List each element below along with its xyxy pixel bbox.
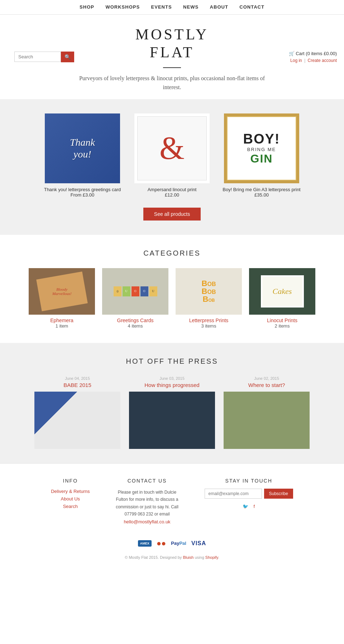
product-title: Boy! Bring me Gin A3 letterpress print: [222, 187, 301, 192]
footer-grid: INFO Delivery & Returns About Us Search …: [18, 478, 326, 528]
category-greetings[interactable]: :) U O O U Greetings Cards 4 items: [102, 268, 168, 329]
blog-image-progress[interactable]: [129, 392, 215, 449]
categories-grid: BloodyMarvellous! Ephemera 1 item :) U O…: [18, 268, 326, 329]
search-area: 🔍: [14, 52, 74, 62]
nav-about[interactable]: ABOUT: [210, 4, 228, 10]
blog-section-title: HOT OFF THE PRESS: [7, 357, 337, 365]
nav-shop[interactable]: SHOP: [80, 4, 94, 10]
category-name: Greetings Cards: [102, 318, 168, 323]
category-count: 2 items: [249, 323, 315, 329]
blog-grid: June 04, 2015 BABE 2015 June 03, 2015 Ho…: [18, 376, 326, 449]
footer-social-title: STAY IN TOUCH: [205, 478, 293, 484]
footer-social-links: 🐦 f: [205, 504, 293, 511]
product-item: Thankyou! Thank you! letterpress greetin…: [43, 113, 122, 198]
category-letterpress[interactable]: BOBBOBBOB Letterpress Prints 3 items: [176, 268, 242, 329]
footer-delivery-link[interactable]: Delivery & Returns: [51, 489, 90, 494]
product-price: £35.00: [222, 192, 301, 198]
blog-item: June 04, 2015 BABE 2015: [34, 376, 120, 449]
footer-contact-col: CONTACT US Please get in touch with Dulc…: [111, 478, 183, 528]
blog-item: June 02, 2015 Where to start?: [224, 376, 310, 449]
twitter-link[interactable]: 🐦: [243, 504, 248, 509]
blog-title[interactable]: How things progressed: [129, 382, 215, 388]
subscribe-button[interactable]: Subscribe: [264, 489, 293, 499]
product-item: BOY! BRING ME GIN Boy! Bring me Gin A3 l…: [222, 113, 301, 198]
account-links: Log in | Create account: [289, 58, 337, 63]
category-image-letterpress: BOBBOBBOB: [176, 268, 242, 315]
create-account-link[interactable]: Create account: [308, 58, 337, 63]
category-name: Letterpress Prints: [176, 318, 242, 323]
category-ephemera[interactable]: BloodyMarvellous! Ephemera 1 item: [29, 268, 95, 329]
amex-icon: AMEX: [138, 540, 152, 547]
footer-email-input[interactable]: [205, 489, 262, 499]
footer-contact-title: CONTACT US: [111, 478, 183, 484]
nav-news[interactable]: NEWS: [183, 4, 199, 10]
site-tagline: Purveyors of lovely letterpress & linocu…: [79, 74, 265, 92]
blog-title[interactable]: Where to start?: [224, 382, 310, 388]
blog-section: HOT OFF THE PRESS June 04, 2015 BABE 201…: [0, 343, 344, 463]
blog-image-babe[interactable]: [34, 392, 120, 449]
footer-contact-text: Please get in touch with Dulcie Fulton f…: [111, 489, 183, 526]
see-all-button[interactable]: See all products: [143, 208, 201, 221]
product-item: & Ampersand linocut print £12.00: [133, 113, 211, 198]
category-name: Ephemera: [29, 318, 95, 323]
payment-icons: AMEX ●● PayPal VISA: [7, 539, 337, 548]
product-image-ampersand[interactable]: &: [134, 113, 210, 183]
cart-area: 🛒 Cart (0 items £0.00) Log in | Create a…: [289, 51, 337, 63]
footer-email-link[interactable]: hello@mostlyflat.co.uk: [111, 518, 183, 526]
category-image-ephemera: BloodyMarvellous!: [29, 268, 95, 315]
footer-info-col: INFO Delivery & Returns About Us Search: [51, 478, 90, 528]
footer-shopify-link[interactable]: Shopify: [205, 555, 218, 560]
footer-info-title: INFO: [51, 478, 90, 484]
blog-title[interactable]: BABE 2015: [34, 382, 120, 388]
footer-aboutus-link[interactable]: About Us: [51, 496, 90, 502]
facebook-link[interactable]: f: [253, 504, 255, 509]
products-grid: Thankyou! Thank you! letterpress greetin…: [18, 113, 326, 198]
blog-date: June 03, 2015: [129, 376, 215, 381]
blog-image-where[interactable]: [224, 392, 310, 449]
nav-workshops[interactable]: WORKSHOPS: [105, 4, 140, 10]
search-input[interactable]: [14, 52, 61, 62]
categories-title: CATEGORIES: [7, 249, 337, 257]
paypal-icon: PayPal: [171, 541, 186, 546]
footer-bluish-link[interactable]: Bluish: [183, 555, 194, 560]
category-image-linocut: Cakes: [249, 268, 315, 315]
site-header: 🔍 MOSTLY FLAT Purveyors of lovely letter…: [0, 15, 344, 99]
visa-icon: VISA: [191, 540, 206, 547]
footer-email-row: Subscribe: [205, 489, 293, 499]
footer: INFO Delivery & Returns About Us Search …: [0, 463, 344, 567]
mastercard-icon: ●●: [157, 539, 166, 548]
blog-item: June 03, 2015 How things progressed: [129, 376, 215, 449]
product-price: £12.00: [133, 192, 211, 198]
search-button[interactable]: 🔍: [61, 52, 74, 62]
featured-products-section: Thankyou! Thank you! letterpress greetin…: [0, 99, 344, 235]
category-linocut[interactable]: Cakes Linocut Prints 2 items: [249, 268, 315, 329]
top-navigation: SHOP WORKSHOPS EVENTS NEWS ABOUT CONTACT: [0, 0, 344, 15]
product-image-boy[interactable]: BOY! BRING ME GIN: [224, 113, 299, 183]
login-link[interactable]: Log in: [290, 58, 302, 63]
product-image-thankyou[interactable]: Thankyou!: [45, 113, 120, 183]
footer-social-col: STAY IN TOUCH Subscribe 🐦 f: [205, 478, 293, 528]
nav-events[interactable]: EVENTS: [151, 4, 172, 10]
product-price: From £3.00: [43, 192, 122, 198]
category-count: 1 item: [29, 323, 95, 329]
cart-link[interactable]: 🛒 Cart (0 items £0.00): [289, 51, 337, 56]
footer-copyright: © Mostly Flat 2015. Designed by Bluish u…: [7, 555, 337, 560]
category-name: Linocut Prints: [249, 318, 315, 323]
blog-date: June 02, 2015: [224, 376, 310, 381]
logo-divider: [163, 67, 181, 68]
footer-search-link[interactable]: Search: [51, 504, 90, 509]
category-image-greetings: :) U O O U: [102, 268, 168, 315]
blog-date: June 04, 2015: [34, 376, 120, 381]
product-title: Thank you! letterpress greetings card: [43, 187, 122, 192]
category-count: 3 items: [176, 323, 242, 329]
category-count: 4 items: [102, 323, 168, 329]
product-title: Ampersand linocut print: [133, 187, 211, 192]
nav-contact[interactable]: CONTACT: [239, 4, 264, 10]
categories-section: CATEGORIES BloodyMarvellous! Ephemera 1 …: [0, 235, 344, 343]
